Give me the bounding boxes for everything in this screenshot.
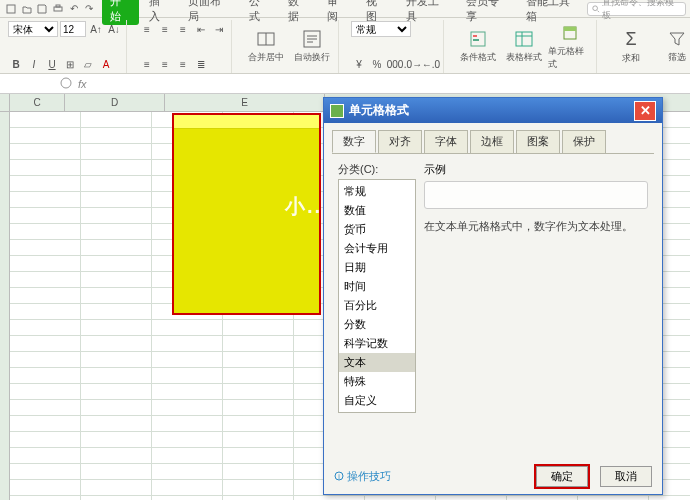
svg-rect-11	[516, 32, 532, 46]
info-icon: i	[334, 471, 344, 481]
fill-color-icon[interactable]: ▱	[80, 56, 96, 72]
dialog-titlebar[interactable]: 单元格格式 ✕	[324, 98, 662, 123]
format-description: 在文本单元格格式中，数字作为文本处理。	[424, 219, 648, 234]
wrap-button[interactable]: 自动换行	[290, 29, 334, 64]
dialog-footer: i 操作技巧 确定 取消	[324, 464, 662, 494]
undo-icon[interactable]: ↶	[67, 2, 81, 16]
svg-rect-9	[473, 35, 477, 37]
edit-group: Σ求和 筛选	[605, 20, 690, 73]
tab-protect[interactable]: 保护	[562, 130, 606, 153]
svg-rect-10	[473, 39, 479, 41]
dialog-icon	[330, 104, 344, 118]
cat-scientific[interactable]: 科学记数	[339, 334, 415, 353]
font-group: 宋体 A↑ A↓ B I U ⊞ ▱ A	[4, 20, 127, 73]
align-top-icon[interactable]: ≡	[139, 21, 155, 37]
save-icon[interactable]	[35, 2, 49, 16]
fx-icon[interactable]	[60, 77, 72, 91]
quick-access-toolbar: ↶ ↷ 开始 插入 页面布局 公式 数据 审阅 视图 开发工具 会员专享 智能工…	[0, 0, 690, 18]
sample-box	[424, 181, 648, 209]
redo-icon[interactable]: ↷	[82, 2, 96, 16]
increase-font-icon[interactable]: A↑	[88, 21, 104, 37]
font-size-input[interactable]	[60, 21, 86, 37]
border-icon[interactable]: ⊞	[62, 56, 78, 72]
filter-button[interactable]: 筛选	[655, 29, 690, 64]
bold-icon[interactable]: B	[8, 56, 24, 72]
tip-link[interactable]: i 操作技巧	[334, 469, 391, 484]
underline-icon[interactable]: U	[44, 56, 60, 72]
cat-general[interactable]: 常规	[339, 182, 415, 201]
cat-fraction[interactable]: 分数	[339, 315, 415, 334]
formula-bar: fx	[0, 74, 690, 94]
svg-rect-2	[56, 5, 60, 7]
align-right-icon[interactable]: ≡	[175, 56, 191, 72]
justify-icon[interactable]: ≣	[193, 56, 209, 72]
indent-inc-icon[interactable]: ⇥	[211, 21, 227, 37]
new-icon[interactable]	[4, 2, 18, 16]
cat-date[interactable]: 日期	[339, 258, 415, 277]
tab-font[interactable]: 字体	[424, 130, 468, 153]
selection: 小...	[172, 113, 321, 315]
align-center-icon[interactable]: ≡	[157, 56, 173, 72]
dec-inc-icon[interactable]: .0→	[405, 56, 421, 72]
cat-percent[interactable]: 百分比	[339, 296, 415, 315]
tab-border[interactable]: 边框	[470, 130, 514, 153]
col-d[interactable]: D	[65, 94, 165, 111]
number-format-select[interactable]: 常规	[351, 21, 411, 37]
percent-icon[interactable]: %	[369, 56, 385, 72]
styles-group: 条件格式 表格样式 单元格样式	[452, 20, 597, 73]
font-name-select[interactable]: 宋体	[8, 21, 58, 37]
align-group: ≡ ≡ ≡ ⇤ ⇥ ≡ ≡ ≡ ≣	[135, 20, 232, 73]
align-bot-icon[interactable]: ≡	[175, 21, 191, 37]
italic-icon[interactable]: I	[26, 56, 42, 72]
cat-accounting[interactable]: 会计专用	[339, 239, 415, 258]
svg-rect-15	[564, 27, 576, 31]
selection-first-row	[174, 115, 319, 129]
cat-text[interactable]: 文本	[339, 353, 415, 372]
fx-label: fx	[72, 78, 93, 90]
cat-custom[interactable]: 自定义	[339, 391, 415, 410]
svg-point-16	[61, 78, 71, 88]
cat-number[interactable]: 数值	[339, 201, 415, 220]
ok-button[interactable]: 确定	[536, 466, 588, 487]
cell-style-button[interactable]: 单元格样式	[548, 23, 592, 71]
cell-format-dialog: 单元格格式 ✕ 数字 对齐 字体 边框 图案 保护 分类(C): 常规 数值 货…	[323, 97, 663, 495]
row-headers	[0, 112, 10, 500]
font-color-icon[interactable]: A	[98, 56, 114, 72]
svg-point-3	[593, 5, 598, 10]
col-e[interactable]: E	[165, 94, 325, 111]
sum-button[interactable]: Σ求和	[609, 29, 653, 65]
table-style-button[interactable]: 表格样式	[502, 29, 546, 64]
merge-group: 合并居中 自动换行	[240, 20, 339, 73]
cat-currency[interactable]: 货币	[339, 220, 415, 239]
comma-icon[interactable]: 000	[387, 56, 403, 72]
category-list[interactable]: 常规 数值 货币 会计专用 日期 时间 百分比 分数 科学记数 文本 特殊 自定…	[338, 179, 416, 413]
cat-time[interactable]: 时间	[339, 277, 415, 296]
currency-icon[interactable]: ¥	[351, 56, 367, 72]
dec-dec-icon[interactable]: ←.0	[423, 56, 439, 72]
cat-special[interactable]: 特殊	[339, 372, 415, 391]
close-button[interactable]: ✕	[634, 101, 656, 121]
select-all[interactable]	[0, 94, 10, 111]
svg-text:i: i	[338, 473, 340, 480]
category-label: 分类(C):	[338, 162, 416, 177]
merge-button[interactable]: 合并居中	[244, 29, 288, 64]
cancel-button[interactable]: 取消	[600, 466, 652, 487]
indent-dec-icon[interactable]: ⇤	[193, 21, 209, 37]
tab-pattern[interactable]: 图案	[516, 130, 560, 153]
tab-align[interactable]: 对齐	[378, 130, 422, 153]
dialog-body: 分类(C): 常规 数值 货币 会计专用 日期 时间 百分比 分数 科学记数 文…	[332, 153, 654, 458]
ribbon: 宋体 A↑ A↓ B I U ⊞ ▱ A ≡ ≡ ≡ ⇤ ⇥ ≡ ≡ ≡ ≣	[0, 18, 690, 74]
align-left-icon[interactable]: ≡	[139, 56, 155, 72]
decrease-font-icon[interactable]: A↓	[106, 21, 122, 37]
open-icon[interactable]	[20, 2, 34, 16]
search-placeholder: 直找命令、搜索模板	[602, 0, 681, 22]
tab-number[interactable]: 数字	[332, 130, 376, 153]
search-input[interactable]: 直找命令、搜索模板	[587, 2, 686, 16]
cond-format-button[interactable]: 条件格式	[456, 29, 500, 64]
dialog-tabs: 数字 对齐 字体 边框 图案 保护	[324, 123, 662, 153]
dialog-right: 示例 在文本单元格格式中，数字作为文本处理。	[424, 162, 648, 454]
print-icon[interactable]	[51, 2, 65, 16]
dialog-title: 单元格格式	[349, 102, 409, 119]
align-mid-icon[interactable]: ≡	[157, 21, 173, 37]
col-c[interactable]: C	[10, 94, 65, 111]
